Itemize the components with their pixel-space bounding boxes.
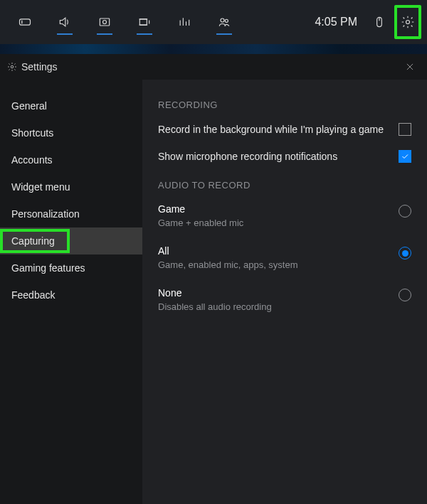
- background-record-checkbox[interactable]: [399, 123, 411, 136]
- svg-rect-0: [20, 19, 31, 25]
- xbox-icon[interactable]: [6, 5, 44, 39]
- recording-header: RECORDING: [158, 100, 411, 110]
- sidebar-item-label: Accounts: [11, 154, 53, 166]
- option-sub: Game, enabled mic, apps, system: [158, 259, 399, 270]
- audio-option-game[interactable]: Game Game + enabled mic: [158, 203, 411, 228]
- background-record-label: Record in the background while I'm playi…: [158, 124, 399, 135]
- sidebar-item-label: Personalization: [11, 208, 80, 220]
- mouse-icon[interactable]: [366, 5, 393, 39]
- svg-point-7: [406, 21, 410, 24]
- sidebar-item-general[interactable]: General: [0, 92, 142, 119]
- sidebar-item-label: General: [11, 100, 47, 112]
- audio-option-all[interactable]: All Game, enabled mic, apps, system: [158, 245, 411, 270]
- decorative-strip: [0, 44, 427, 54]
- capture-icon[interactable]: [85, 5, 124, 39]
- sidebar-item-label: Shortcuts: [11, 127, 53, 139]
- settings-body: General Shortcuts Accounts Widget menu P…: [0, 80, 427, 504]
- sidebar-item-feedback[interactable]: Feedback: [0, 282, 142, 309]
- sidebar-item-personalization[interactable]: Personalization: [0, 200, 142, 227]
- sidebar-item-capturing[interactable]: Capturing: [0, 227, 142, 254]
- social-icon[interactable]: [205, 5, 243, 39]
- performance-icon[interactable]: [165, 5, 204, 39]
- svg-rect-3: [139, 19, 147, 25]
- broadcast-icon[interactable]: [125, 5, 164, 39]
- sidebar-item-shortcuts[interactable]: Shortcuts: [0, 119, 142, 146]
- sidebar-item-accounts[interactable]: Accounts: [0, 146, 142, 173]
- option-title: Game: [158, 203, 399, 215]
- background-record-row: Record in the background while I'm playi…: [158, 123, 411, 136]
- mic-notifications-label: Show microphone recording notifications: [158, 151, 399, 162]
- settings-title: Settings: [21, 61, 58, 73]
- sidebar-item-gaming-features[interactable]: Gaming features: [0, 254, 142, 282]
- option-sub: Game + enabled mic: [158, 218, 399, 228]
- settings-sidebar: General Shortcuts Accounts Widget menu P…: [0, 80, 142, 504]
- sidebar-item-widget-menu[interactable]: Widget menu: [0, 173, 142, 200]
- svg-rect-1: [100, 18, 109, 26]
- mic-notifications-checkbox[interactable]: [399, 150, 411, 163]
- radio-all[interactable]: [399, 247, 411, 259]
- speaker-icon[interactable]: [46, 5, 84, 39]
- radio-game[interactable]: [399, 205, 411, 218]
- audio-to-record-header: AUDIO TO RECORD: [158, 180, 411, 191]
- option-title: None: [158, 287, 399, 299]
- radio-none[interactable]: [399, 289, 411, 301]
- close-icon[interactable]: [400, 57, 420, 77]
- settings-header: Settings: [0, 54, 427, 80]
- audio-option-none[interactable]: None Disables all audio recording: [158, 287, 411, 312]
- sidebar-item-label: Gaming features: [11, 262, 85, 274]
- svg-point-5: [225, 19, 228, 22]
- gear-icon[interactable]: [394, 5, 421, 39]
- option-sub: Disables all audio recording: [158, 301, 399, 312]
- svg-point-4: [221, 18, 224, 22]
- settings-panel: Settings General Shortcuts Accounts Widg…: [0, 54, 427, 504]
- option-title: All: [158, 245, 399, 257]
- gear-icon: [7, 62, 17, 72]
- clock: 4:05 PM: [307, 16, 364, 28]
- sidebar-item-label: Feedback: [11, 289, 55, 301]
- svg-point-2: [103, 21, 107, 24]
- sidebar-item-label: Capturing: [11, 235, 55, 247]
- settings-content: RECORDING Record in the background while…: [142, 80, 427, 504]
- mic-notifications-row: Show microphone recording notifications: [158, 150, 411, 163]
- svg-point-8: [11, 65, 14, 68]
- game-bar-topbar: 4:05 PM: [0, 0, 427, 44]
- sidebar-item-label: Widget menu: [11, 181, 70, 193]
